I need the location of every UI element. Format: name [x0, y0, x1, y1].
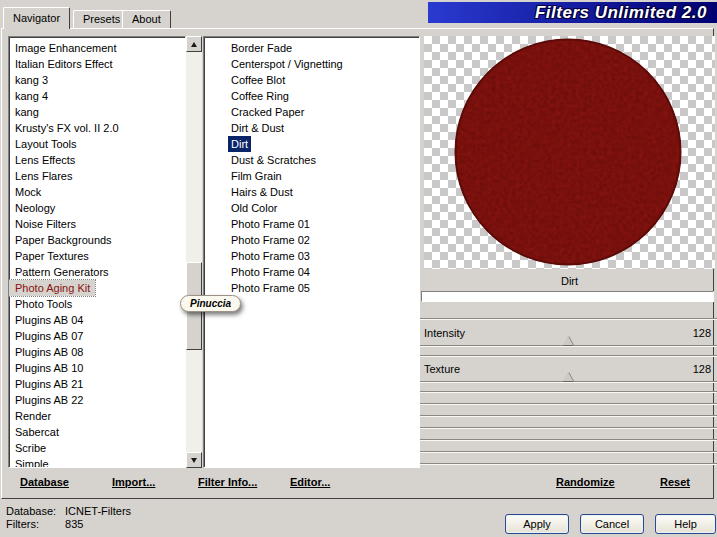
filter-item[interactable]: Dust & Scratches [228, 152, 319, 168]
divider [420, 318, 717, 320]
status-database-label: Database: [6, 505, 62, 517]
tab-about-label: About [132, 13, 161, 25]
scroll-up-button[interactable] [186, 36, 202, 52]
filter-item[interactable]: Photo Frame 01 [228, 216, 313, 232]
filter-item[interactable]: Dirt & Dust [228, 120, 287, 136]
category-item[interactable]: Pattern Generators [9, 264, 185, 280]
help-button[interactable]: Help [655, 514, 716, 534]
category-list[interactable]: Image EnhancementItalian Editors Effectk… [8, 36, 186, 468]
database-button[interactable]: Database [20, 476, 69, 488]
window-title: Filters Unlimited 2.0 [535, 3, 707, 23]
title-bar: Filters Unlimited 2.0 [428, 2, 717, 23]
category-scrollbar[interactable] [186, 36, 202, 468]
category-item[interactable]: Mock [9, 184, 185, 200]
category-item[interactable]: Plugins AB 07 [9, 328, 185, 344]
preview-image [424, 36, 715, 269]
preview-progressbar [421, 291, 714, 302]
divider [420, 439, 717, 441]
category-item[interactable]: Scribe [9, 440, 185, 456]
scroll-down-button[interactable] [186, 452, 202, 468]
filter-info-button[interactable]: Filter Info... [198, 476, 257, 488]
filter-item[interactable]: Coffee Blot [228, 72, 288, 88]
divider [420, 391, 717, 393]
category-item[interactable]: Paper Textures [9, 248, 185, 264]
category-item[interactable]: Neology [9, 200, 185, 216]
category-item[interactable]: Render [9, 408, 185, 424]
filter-item[interactable]: Film Grain [228, 168, 285, 184]
status-filters: Filters: 835 [6, 518, 83, 530]
category-item[interactable]: Italian Editors Effect [9, 56, 185, 72]
divider [420, 355, 717, 357]
preview-area[interactable] [424, 36, 715, 269]
category-item[interactable]: Photo Tools [9, 296, 185, 312]
category-item[interactable]: Photo Aging Kit [9, 280, 95, 296]
filter-item[interactable]: Coffee Ring [228, 88, 292, 104]
category-item[interactable]: Krusty's FX vol. II 2.0 [9, 120, 185, 136]
category-item[interactable]: Plugins AB 21 [9, 376, 185, 392]
divider [420, 415, 717, 417]
slider-texture-track[interactable] [420, 381, 717, 383]
filter-item[interactable]: Border Fade [228, 40, 295, 56]
arrow-down-icon [191, 458, 197, 463]
status-filters-value: 835 [65, 518, 83, 530]
category-item[interactable]: Plugins AB 22 [9, 392, 185, 408]
filter-item[interactable]: Old Color [228, 200, 280, 216]
arrow-up-icon [191, 42, 197, 47]
status-database: Database: ICNET-Filters [6, 505, 131, 517]
editor-button[interactable]: Editor... [290, 476, 330, 488]
category-item[interactable]: Layout Tools [9, 136, 185, 152]
preview-caption: Dirt [424, 275, 715, 287]
apply-button[interactable]: Apply [505, 514, 569, 534]
divider [420, 451, 717, 453]
category-item[interactable]: Plugins AB 08 [9, 344, 185, 360]
filter-item[interactable]: Photo Frame 05 [228, 280, 313, 296]
watermark-pinuccia: Pinuccia [180, 295, 241, 312]
category-item[interactable]: Sabercat [9, 424, 185, 440]
filter-item[interactable]: Cracked Paper [228, 104, 307, 120]
import-button[interactable]: Import... [112, 476, 155, 488]
category-item[interactable]: Lens Effects [9, 152, 185, 168]
divider [420, 463, 717, 465]
tab-presets-label: Presets [83, 13, 120, 25]
filters-unlimited-window: Navigator Presets About Filters Unlimite… [0, 0, 717, 537]
reset-button[interactable]: Reset [660, 476, 690, 488]
slider-texture-thumb[interactable] [563, 372, 573, 381]
tab-about[interactable]: About [122, 10, 171, 28]
status-database-value: ICNET-Filters [65, 505, 131, 517]
filter-item[interactable]: Dirt [228, 136, 251, 152]
divider [420, 427, 717, 429]
tab-navigator-label: Navigator [13, 12, 60, 24]
category-item[interactable]: Image Enhancement [9, 40, 185, 56]
filter-item[interactable]: Hairs & Dust [228, 184, 296, 200]
slider-intensity-track[interactable] [420, 345, 717, 347]
filter-item[interactable]: Photo Frame 03 [228, 248, 313, 264]
filter-item[interactable]: Centerspot / Vignetting [228, 56, 346, 72]
filter-item[interactable]: Photo Frame 02 [228, 232, 313, 248]
category-item[interactable]: Plugins AB 10 [9, 360, 185, 376]
category-item[interactable]: Paper Backgrounds [9, 232, 185, 248]
filter-list[interactable]: Border FadeCenterspot / VignettingCoffee… [203, 36, 420, 468]
category-item[interactable]: kang 3 [9, 72, 185, 88]
status-filters-label: Filters: [6, 518, 62, 530]
filter-item[interactable]: Photo Frame 04 [228, 264, 313, 280]
category-item[interactable]: Noise Filters [9, 216, 185, 232]
category-item[interactable]: kang [9, 104, 185, 120]
category-item[interactable]: Lens Flares [9, 168, 185, 184]
randomize-button[interactable]: Randomize [556, 476, 615, 488]
category-item[interactable]: Simple [9, 456, 185, 468]
tab-navigator[interactable]: Navigator [3, 7, 70, 29]
category-item[interactable]: Plugins AB 04 [9, 312, 185, 328]
category-item[interactable]: kang 4 [9, 88, 185, 104]
cancel-button[interactable]: Cancel [580, 514, 644, 534]
slider-intensity-thumb[interactable] [563, 336, 573, 345]
divider [420, 403, 717, 405]
